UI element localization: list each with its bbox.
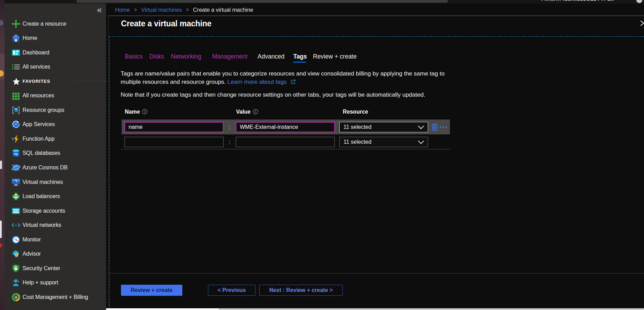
svg-text:SQL: SQL xyxy=(14,153,18,156)
